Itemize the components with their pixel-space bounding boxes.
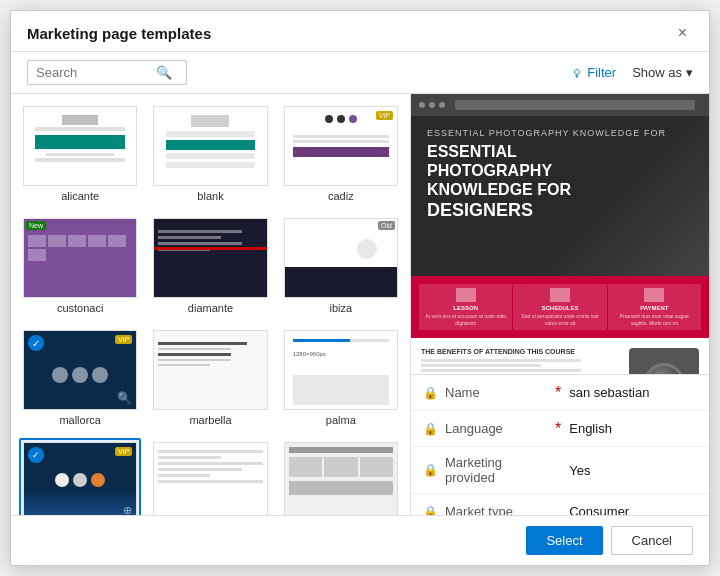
dialog-title: Marketing page templates xyxy=(27,25,211,42)
mallorca-zoom-icon: 🔍 xyxy=(117,391,132,405)
preview-hero-title: ESSENTIALPHOTOGRAPHYKNOWLEDGE FORDESIGNE… xyxy=(427,142,693,221)
lock-icon-market-type: 🔒 xyxy=(423,505,437,516)
san-zoom-icon: ⊕ xyxy=(123,504,132,515)
template-label-alicante: alicante xyxy=(61,190,99,202)
show-as-label: Show as xyxy=(632,65,682,80)
preview-lower-lines xyxy=(421,359,621,374)
template-label-custonaci: custonaci xyxy=(57,302,103,314)
preview-card-label-payment: PAYMENT xyxy=(612,305,697,311)
preview-hero-text: ESSENTIAL PHOTOGRAPHY KNOWLEDGE FOR ESSE… xyxy=(411,116,709,233)
template-thumb-alicante xyxy=(23,106,137,186)
template-thumb-cadiz: VIP xyxy=(284,106,398,186)
preview-card-schedules: SCHEDULES Sed ut perspiciatis unde omnis… xyxy=(513,284,606,330)
template-item-custonaci[interactable]: New custonaci xyxy=(19,214,141,318)
template-item-diamante[interactable]: diamante xyxy=(149,214,271,318)
preview-card-text-lesson: At vero eos et accusam et iusto odio dig… xyxy=(423,313,508,326)
template-item-mallorca[interactable]: ✓ VIP 🔍 mallorca xyxy=(19,326,141,430)
lock-icon-marketing: 🔒 xyxy=(423,463,437,477)
template-grid-panel: alicante blank VIP xyxy=(11,94,411,515)
dialog-toolbar: 🔍 ⧬ Filter Show as ▾ xyxy=(11,52,709,94)
prop-value-name: san sebastian xyxy=(569,385,649,400)
lesson-icon xyxy=(456,288,476,302)
select-button[interactable]: Select xyxy=(526,526,602,555)
preview-lower-text: THE BENEFITS OF ATTENDING THIS COURSE xyxy=(421,348,629,374)
template-item-blank[interactable]: blank xyxy=(149,102,271,206)
properties-section: 🔒 Name * san sebastian 🔒 Language * Engl… xyxy=(411,374,709,515)
search-box: 🔍 xyxy=(27,60,187,85)
preview-card-label-lesson: LESSON xyxy=(423,305,508,311)
right-panel-scroll: ESSENTIAL PHOTOGRAPHY KNOWLEDGE FOR ESSE… xyxy=(411,94,709,515)
filter-button[interactable]: ⧬ Filter xyxy=(570,65,616,80)
prop-row-language: 🔒 Language * English xyxy=(411,411,709,447)
prop-row-marketing: 🔒 Marketing provided * Yes xyxy=(411,447,709,494)
preview-lower-title: THE BENEFITS OF ATTENDING THIS COURSE xyxy=(421,348,621,355)
template-item-palma[interactable]: 1280×960px palma xyxy=(280,326,402,430)
lock-icon-name: 🔒 xyxy=(423,386,437,400)
template-label-marbella: marbella xyxy=(189,414,231,426)
prop-value-marketing: Yes xyxy=(569,463,590,478)
template-thumb-custonaci: New xyxy=(23,218,137,298)
template-item-san-sebastian[interactable]: ✓ VIP ⊕ san sebastian xyxy=(19,438,141,515)
preview-card-label-schedules: SCHEDULES xyxy=(517,305,602,311)
template-thumb-struct1 xyxy=(284,442,398,515)
template-thumb-ibiza: Old xyxy=(284,218,398,298)
custonaci-new-badge: New xyxy=(26,221,46,230)
camera-lens xyxy=(644,363,684,374)
ibiza-old-badge: Old xyxy=(378,221,395,230)
preview-hero-section: ESSENTIAL PHOTOGRAPHY KNOWLEDGE FOR ESSE… xyxy=(411,116,709,276)
template-thumb-diamante xyxy=(153,218,267,298)
template-grid: alicante blank VIP xyxy=(19,102,402,515)
template-label-ibiza: ibiza xyxy=(330,302,353,314)
payment-icon xyxy=(644,288,664,302)
template-item-alicante[interactable]: alicante xyxy=(19,102,141,206)
preview-browser-bar xyxy=(411,94,709,116)
template-thumb-sitges xyxy=(153,442,267,515)
prop-label-name: Name xyxy=(445,385,555,400)
dialog-header: Marketing page templates × xyxy=(11,11,709,52)
selected-check-icon: ✓ xyxy=(28,447,44,463)
prop-label-language: Language xyxy=(445,421,555,436)
template-label-blank: blank xyxy=(197,190,223,202)
template-item-ibiza[interactable]: Old ibiza xyxy=(280,214,402,318)
preview-card-payment: PAYMENT Praesent duis eros vitae augue s… xyxy=(608,284,701,330)
prop-row-market-type: 🔒 Market type * Consumer xyxy=(411,494,709,515)
preview-hero-subtitle: ESSENTIAL PHOTOGRAPHY KNOWLEDGE FOR xyxy=(427,128,693,138)
san-vip-badge: VIP xyxy=(115,447,132,456)
dialog-footer: Select Cancel xyxy=(11,515,709,565)
required-indicator-language: * xyxy=(555,420,561,438)
preview-card-lesson: LESSON At vero eos et accusam et iusto o… xyxy=(419,284,512,330)
template-item-marbella[interactable]: marbella xyxy=(149,326,271,430)
search-input[interactable] xyxy=(36,65,156,80)
preview-card-text-payment: Praesent duis eros vitae augue sagittis.… xyxy=(612,313,697,326)
template-thumb-marbella xyxy=(153,330,267,410)
template-item-cadiz[interactable]: VIP cadiz xyxy=(280,102,402,206)
prop-label-market-type: Market type xyxy=(445,504,555,515)
chevron-down-icon: ▾ xyxy=(686,65,693,80)
camera-image xyxy=(629,348,699,374)
cancel-button[interactable]: Cancel xyxy=(611,526,693,555)
required-indicator-name: * xyxy=(555,384,561,402)
prop-value-language: English xyxy=(569,421,612,436)
preview-card-text-schedules: Sed ut perspiciatis unde omnis iste natu… xyxy=(517,313,602,326)
preview-lower-section: THE BENEFITS OF ATTENDING THIS COURSE xyxy=(411,338,709,374)
close-button[interactable]: × xyxy=(672,23,693,43)
template-label-diamante: diamante xyxy=(188,302,233,314)
template-preview: ESSENTIAL PHOTOGRAPHY KNOWLEDGE FOR ESSE… xyxy=(411,94,709,374)
mallorca-vip-badge: VIP xyxy=(115,335,132,344)
filter-label: Filter xyxy=(587,65,616,80)
schedules-icon xyxy=(550,288,570,302)
template-thumb-mallorca: ✓ VIP 🔍 xyxy=(23,330,137,410)
template-item-struct1[interactable]: struct-1 xyxy=(280,438,402,515)
right-panel: ESSENTIAL PHOTOGRAPHY KNOWLEDGE FOR ESSE… xyxy=(411,94,709,515)
prop-label-marketing: Marketing provided xyxy=(445,455,555,485)
template-item-sitges[interactable]: sitges xyxy=(149,438,271,515)
show-as-button[interactable]: Show as ▾ xyxy=(632,65,693,80)
preview-cards-row: LESSON At vero eos et accusam et iusto o… xyxy=(411,276,709,338)
prop-value-market-type: Consumer xyxy=(569,504,629,515)
lock-icon-language: 🔒 xyxy=(423,422,437,436)
template-thumb-blank xyxy=(153,106,267,186)
template-label-palma: palma xyxy=(326,414,356,426)
preview-hero-bold: DESIGNERS xyxy=(427,200,533,220)
search-icon: 🔍 xyxy=(156,65,172,80)
palma-text: 1280×960px xyxy=(293,351,389,357)
